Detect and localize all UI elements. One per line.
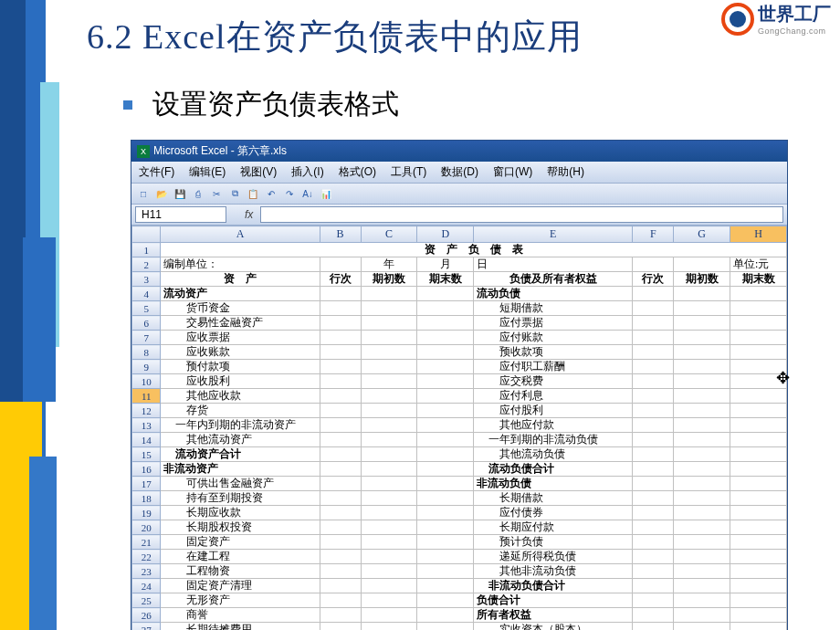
row-header[interactable]: 14 <box>132 433 161 447</box>
cell[interactable] <box>417 608 474 623</box>
cell[interactable] <box>674 389 730 404</box>
row-header[interactable]: 15 <box>132 447 161 462</box>
cell[interactable]: 短期借款 <box>474 301 633 316</box>
cell[interactable] <box>633 477 674 491</box>
cell[interactable]: 应付票据 <box>474 316 633 331</box>
cell[interactable] <box>730 433 787 447</box>
cell[interactable] <box>361 360 417 374</box>
cell[interactable] <box>633 331 674 345</box>
cell[interactable]: 固定资产 <box>161 535 320 550</box>
row-header[interactable]: 3 <box>132 272 161 287</box>
cell[interactable] <box>361 550 417 564</box>
cell[interactable] <box>320 316 361 331</box>
cell[interactable] <box>417 550 474 564</box>
cell[interactable] <box>633 550 674 564</box>
row-header[interactable]: 24 <box>132 579 161 593</box>
column-header[interactable]: C <box>361 226 417 243</box>
cell[interactable] <box>320 506 361 520</box>
cell[interactable]: 长期待摊费用 <box>161 623 320 631</box>
row-header[interactable]: 17 <box>132 477 161 491</box>
cell[interactable] <box>320 477 361 491</box>
cell[interactable] <box>417 477 474 491</box>
cell[interactable] <box>730 579 787 593</box>
cell[interactable]: 流动负债 <box>474 287 633 301</box>
cell[interactable]: 资 产 <box>161 272 320 287</box>
formula-input[interactable] <box>260 206 783 223</box>
spreadsheet[interactable]: ABCDEFGH1资 产 负 债 表2编制单位：年月日单位:元3资 产行次期初数… <box>131 226 787 630</box>
cell[interactable] <box>633 579 674 593</box>
cell[interactable]: 应付债券 <box>474 506 633 520</box>
cell[interactable]: 无形资产 <box>161 593 320 608</box>
row-header[interactable]: 7 <box>132 331 161 345</box>
row-header[interactable]: 22 <box>132 550 161 564</box>
cell[interactable]: 月 <box>417 257 474 272</box>
cell[interactable] <box>320 623 361 631</box>
column-header[interactable]: A <box>161 226 320 243</box>
cell[interactable] <box>674 623 730 631</box>
row-header[interactable]: 25 <box>132 593 161 608</box>
cell[interactable]: 应收票据 <box>161 331 320 345</box>
cell[interactable] <box>320 447 361 462</box>
cell[interactable] <box>320 593 361 608</box>
undo-icon[interactable]: ↶ <box>263 185 279 202</box>
cell[interactable]: 持有至到期投资 <box>161 491 320 506</box>
cell[interactable] <box>674 535 730 550</box>
cell[interactable] <box>730 345 787 360</box>
cell[interactable]: 预收款项 <box>474 345 633 360</box>
cell[interactable] <box>674 433 730 447</box>
cell[interactable] <box>730 331 787 345</box>
cell[interactable] <box>674 447 730 462</box>
cell[interactable] <box>320 389 361 404</box>
print-icon[interactable]: ⎙ <box>190 185 206 202</box>
cell[interactable] <box>417 374 474 389</box>
cell[interactable] <box>674 418 730 433</box>
cell[interactable] <box>320 301 361 316</box>
fx-label[interactable]: fx <box>245 208 253 221</box>
cell[interactable] <box>361 316 417 331</box>
chart-icon[interactable]: 📊 <box>318 185 334 202</box>
cell[interactable] <box>633 491 674 506</box>
cell[interactable] <box>320 491 361 506</box>
menu-item[interactable]: 视图(V) <box>236 163 280 181</box>
cell[interactable] <box>633 374 674 389</box>
cell[interactable] <box>320 257 361 272</box>
menubar[interactable]: 文件(F)编辑(E)视图(V)插入(I)格式(O)工具(T)数据(D)窗口(W)… <box>131 162 787 184</box>
cell[interactable] <box>730 316 787 331</box>
cell[interactable] <box>674 520 730 535</box>
cell[interactable] <box>674 331 730 345</box>
column-header[interactable]: F <box>633 226 674 243</box>
cell[interactable] <box>730 418 787 433</box>
cell[interactable] <box>730 404 787 418</box>
cell[interactable]: 长期应收款 <box>161 506 320 520</box>
cell[interactable]: 预付款项 <box>161 360 320 374</box>
cell[interactable]: 负债及所有者权益 <box>474 272 633 287</box>
cell[interactable] <box>674 608 730 623</box>
cell[interactable] <box>674 345 730 360</box>
cell[interactable] <box>361 462 417 477</box>
cell[interactable] <box>730 447 787 462</box>
row-header[interactable]: 11 <box>132 389 161 404</box>
cell[interactable] <box>633 257 674 272</box>
cell[interactable] <box>417 491 474 506</box>
cell[interactable]: 非流动资产 <box>161 462 320 477</box>
cell[interactable]: 应付利息 <box>474 389 633 404</box>
cell[interactable]: 其他应收款 <box>161 389 320 404</box>
cell[interactable] <box>417 345 474 360</box>
cell[interactable] <box>730 477 787 491</box>
cell[interactable] <box>730 623 787 631</box>
cell[interactable] <box>730 608 787 623</box>
cell[interactable] <box>674 287 730 301</box>
menu-item[interactable]: 工具(T) <box>387 163 430 181</box>
cell[interactable] <box>417 535 474 550</box>
cell[interactable]: 应付股利 <box>474 404 633 418</box>
cell[interactable] <box>730 462 787 477</box>
row-header[interactable]: 27 <box>132 623 161 631</box>
cell[interactable]: 长期借款 <box>474 491 633 506</box>
menu-item[interactable]: 插入(I) <box>288 163 327 181</box>
cell[interactable]: 存货 <box>161 404 320 418</box>
cell[interactable] <box>633 564 674 579</box>
cell[interactable] <box>320 331 361 345</box>
cell[interactable] <box>674 477 730 491</box>
cell[interactable]: 期初数 <box>674 272 730 287</box>
cell[interactable] <box>730 491 787 506</box>
